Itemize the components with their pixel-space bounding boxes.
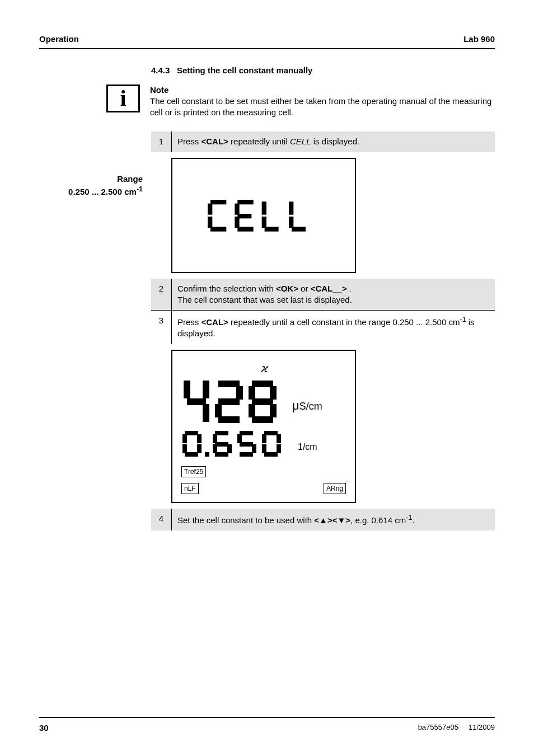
- svg-rect-39: [213, 434, 217, 443]
- svg-rect-25: [249, 386, 255, 400]
- svg-rect-4: [237, 200, 253, 204]
- svg-rect-2: [208, 217, 212, 228]
- lcd-badge-arng: ARng: [324, 483, 346, 494]
- svg-rect-33: [197, 434, 202, 443]
- section-heading: Setting the cell constant manually: [177, 65, 313, 75]
- step-1-num: 1: [151, 132, 171, 152]
- svg-rect-32: [182, 434, 187, 443]
- svg-rect-18: [203, 404, 209, 422]
- lcd-display-values: ϰ: [171, 350, 356, 503]
- range-label: Range 0.250 ... 2.500 cm-1: [39, 173, 143, 197]
- svg-rect-47: [252, 444, 256, 453]
- step-2: 2 Confirm the selection with <OK> or <CA…: [151, 279, 495, 311]
- svg-rect-26: [270, 386, 277, 400]
- svg-rect-41: [213, 444, 217, 453]
- header-rule: [39, 48, 495, 49]
- svg-rect-20: [236, 386, 243, 400]
- step-2-num: 2: [151, 279, 171, 299]
- svg-rect-14: [292, 227, 306, 231]
- svg-rect-3: [210, 227, 226, 231]
- step-1-text: Press <CAL> repeatedly until CELL is dis…: [172, 132, 365, 152]
- footer-rule: [39, 717, 495, 718]
- svg-rect-8: [237, 227, 253, 231]
- svg-rect-34: [182, 444, 187, 453]
- svg-rect-7: [235, 217, 239, 228]
- svg-rect-54: [264, 452, 278, 457]
- svg-rect-9: [262, 201, 266, 214]
- svg-rect-35: [197, 444, 202, 453]
- svg-rect-13: [289, 217, 293, 228]
- svg-rect-53: [277, 444, 281, 453]
- svg-rect-36: [185, 452, 198, 457]
- svg-rect-46: [240, 442, 253, 447]
- lcd-secondary-row: 1/cm: [181, 430, 346, 461]
- lcd-cell-svg: [208, 194, 320, 239]
- lcd-badge-row: nLF ARng: [181, 483, 346, 494]
- range-line1: Range: [117, 174, 143, 184]
- section-title: 4.4.3 Setting the cell constant manually: [151, 65, 495, 76]
- note-text: Note The cell constant to be set must ei…: [150, 84, 495, 119]
- step-3-num: 3: [151, 311, 171, 331]
- svg-rect-10: [262, 217, 266, 228]
- svg-rect-29: [270, 404, 277, 417]
- svg-rect-0: [210, 200, 226, 204]
- svg-rect-6: [237, 214, 251, 218]
- svg-rect-23: [218, 416, 240, 423]
- svg-rect-22: [215, 404, 222, 417]
- lcd-display-cell: [171, 158, 356, 273]
- step-2-text: Confirm the selection with <OK> or <CAL_…: [172, 279, 358, 311]
- note-block: i Note The cell constant to be set must …: [151, 84, 495, 119]
- lcd-kappa-symbol: ϰ: [181, 361, 346, 376]
- page-header: Operation Lab 960: [39, 34, 495, 45]
- svg-rect-16: [203, 381, 209, 398]
- svg-rect-50: [262, 434, 266, 443]
- svg-rect-15: [184, 381, 190, 398]
- svg-rect-1: [208, 203, 212, 214]
- footer-meta: ba75557e05 11/2009: [418, 722, 495, 734]
- note-label: Note: [150, 84, 495, 96]
- svg-rect-28: [249, 404, 255, 417]
- svg-rect-11: [265, 227, 279, 231]
- lcd-main-row: μS/cm: [181, 377, 346, 428]
- lcd-badge-tref: Tref25: [181, 466, 346, 477]
- section-number: 4.4.3: [151, 65, 170, 75]
- range-line2: 0.250 ... 2.500 cm-1: [68, 187, 143, 196]
- step-3-text: Press <CAL> repeatedly until a cell cons…: [172, 311, 495, 344]
- step-4-num: 4: [151, 509, 171, 529]
- info-icon: i: [106, 84, 140, 112]
- header-right: Lab 960: [463, 34, 495, 45]
- page-footer: 30 ba75557e05 11/2009: [39, 717, 495, 734]
- svg-rect-48: [240, 452, 253, 457]
- svg-rect-42: [227, 444, 232, 453]
- svg-rect-52: [262, 444, 266, 453]
- svg-rect-43: [215, 452, 228, 457]
- main-content: 4.4.3 Setting the cell constant manually…: [151, 65, 495, 530]
- svg-rect-5: [235, 203, 239, 214]
- lcd-badge-nlf: nLF: [181, 483, 199, 494]
- lcd-main-value: [181, 377, 288, 428]
- step-3: 3 Press <CAL> repeatedly until a cell co…: [151, 310, 495, 344]
- svg-rect-30: [252, 416, 273, 423]
- lcd-cell-text: [181, 169, 346, 264]
- svg-rect-51: [277, 434, 281, 443]
- footer-row: 30 ba75557e05 11/2009: [39, 722, 495, 734]
- header-left: Operation: [39, 34, 79, 45]
- lcd-secondary-unit: 1/cm: [298, 441, 317, 461]
- page-number: 30: [39, 722, 49, 734]
- step-4-text: Set the cell constant to be used with <▲…: [172, 509, 420, 530]
- svg-rect-12: [289, 201, 293, 214]
- note-body: The cell constant to be set must either …: [150, 96, 491, 117]
- lcd-secondary-value: [181, 430, 293, 461]
- svg-rect-37: [205, 452, 209, 457]
- lcd-main-unit: μS/cm: [292, 397, 322, 428]
- step-1: 1 Press <CAL> repeatedly until CELL is d…: [151, 132, 495, 152]
- step-4: 4 Set the cell constant to be used with …: [151, 509, 495, 530]
- svg-rect-45: [237, 434, 242, 443]
